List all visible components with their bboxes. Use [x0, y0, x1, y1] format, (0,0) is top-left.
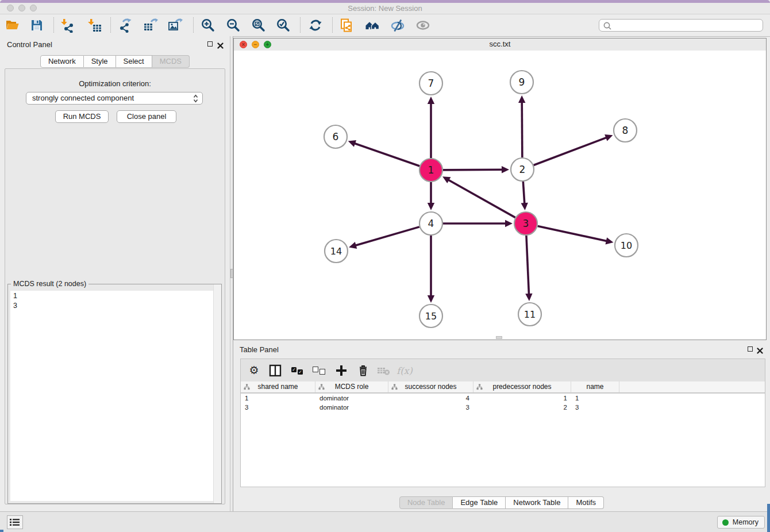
- column-header-MCDS-role[interactable]: MCDS role: [315, 381, 388, 392]
- search-icon: [603, 21, 612, 30]
- edge-arrowhead: [525, 294, 532, 301]
- table-cell[interactable]: dominator: [315, 403, 388, 412]
- table-settings-icon[interactable]: ⚙: [247, 364, 261, 377]
- run-mcds-button[interactable]: Run MCDS: [55, 110, 109, 123]
- optimization-criterion-label: Optimization criterion:: [5, 79, 225, 88]
- mcds-result-title: MCDS result (2 nodes): [11, 280, 88, 288]
- tab-network[interactable]: Network: [40, 55, 84, 68]
- unselect-all-icon[interactable]: [311, 364, 326, 377]
- memory-label: Memory: [733, 518, 759, 526]
- close-table-panel-icon[interactable]: [757, 346, 763, 356]
- edge-3-10[interactable]: [538, 226, 607, 241]
- close-panel-icon[interactable]: [217, 41, 224, 51]
- network-view-window: × − + scc.txt 7968124314101511: [233, 38, 767, 340]
- network-window-title: scc.txt: [234, 38, 766, 50]
- zoom-selected-icon[interactable]: [274, 16, 293, 34]
- show-all-windows-icon[interactable]: [363, 16, 382, 34]
- import-network-icon[interactable]: [58, 16, 78, 34]
- tab-node-table[interactable]: Node Table: [399, 496, 453, 509]
- graph-node-label: 15: [425, 311, 437, 322]
- window-title: Session: New Session: [0, 3, 770, 14]
- export-network-icon[interactable]: [116, 16, 135, 34]
- show-column-icon[interactable]: [268, 364, 283, 377]
- edge-1-2[interactable]: [443, 169, 503, 170]
- column-header-successor-nodes[interactable]: successor nodes: [388, 381, 473, 392]
- refresh-layout-icon[interactable]: [306, 16, 325, 34]
- graph-node-label: 1: [428, 164, 434, 176]
- select-all-icon[interactable]: ✓✓: [290, 364, 305, 377]
- hide-selected-icon[interactable]: [388, 16, 407, 34]
- function-builder-icon-disabled: f(x): [397, 364, 412, 377]
- tab-mcds[interactable]: MCDS: [152, 55, 190, 68]
- node-table[interactable]: shared nameMCDS rolesuccessor nodesprede…: [241, 381, 765, 487]
- graph-node-label: 14: [330, 246, 342, 257]
- export-table-icon[interactable]: [141, 16, 160, 34]
- hierarchy-icon: [476, 384, 483, 390]
- network-graph[interactable]: 7968124314101511: [234, 51, 766, 340]
- table-row[interactable]: 3dominator323: [241, 403, 765, 412]
- zoom-in-icon[interactable]: [198, 16, 218, 34]
- close-panel-button[interactable]: Close panel: [117, 110, 176, 123]
- clone-network-icon[interactable]: [337, 16, 356, 34]
- edge-2-9[interactable]: [522, 102, 522, 157]
- graph-node-label: 6: [333, 131, 339, 142]
- add-column-icon[interactable]: [334, 364, 349, 377]
- result-scrollbar[interactable]: [213, 284, 221, 503]
- edge-3-11[interactable]: [526, 236, 529, 295]
- edge-2-3[interactable]: [523, 182, 524, 204]
- float-panel-icon[interactable]: [207, 41, 213, 47]
- edge-arrowhead: [518, 95, 525, 103]
- mcds-result-text[interactable]: 1 3: [10, 291, 219, 501]
- search-input[interactable]: [613, 20, 759, 32]
- edge-3-1[interactable]: [448, 180, 515, 218]
- table-cell[interactable]: dominator: [315, 394, 388, 403]
- edge-4-14[interactable]: [355, 227, 419, 246]
- open-session-icon[interactable]: [3, 16, 22, 34]
- tab-select[interactable]: Select: [116, 55, 152, 68]
- table-cell[interactable]: 3: [241, 403, 315, 412]
- table-cell[interactable]: 3: [388, 403, 473, 412]
- graph-node-label: 7: [428, 78, 434, 89]
- column-header-name[interactable]: name: [571, 381, 619, 392]
- import-table-icon[interactable]: [85, 16, 105, 34]
- column-header-predecessor-nodes[interactable]: predecessor nodes: [473, 381, 571, 392]
- toolbar-separator: [193, 17, 194, 33]
- save-session-icon[interactable]: [27, 16, 47, 34]
- table-cell[interactable]: 1: [473, 394, 571, 403]
- desktop-background-strip: [767, 504, 770, 532]
- column-header-shared-name[interactable]: shared name: [241, 381, 315, 392]
- delete-columns-icon[interactable]: [356, 364, 371, 377]
- network-canvas[interactable]: 7968124314101511: [234, 51, 766, 340]
- search-field[interactable]: [599, 19, 763, 32]
- tab-style[interactable]: Style: [84, 55, 116, 68]
- zoom-fit-icon[interactable]: [249, 16, 268, 34]
- dropdown-stepper-icon: [193, 94, 198, 106]
- memory-button[interactable]: Memory: [717, 516, 765, 529]
- table-cell[interactable]: 1: [571, 394, 619, 403]
- export-image-icon[interactable]: [165, 16, 185, 34]
- toolbar-separator: [53, 17, 54, 33]
- optimization-criterion-dropdown[interactable]: strongly connected component: [26, 92, 203, 105]
- edge-arrowhead: [348, 140, 356, 147]
- edge-2-8[interactable]: [534, 137, 607, 165]
- zoom-out-icon[interactable]: [224, 16, 243, 34]
- tab-network-table[interactable]: Network Table: [506, 496, 568, 509]
- graph-node-label: 3: [523, 218, 529, 229]
- tab-motifs[interactable]: Motifs: [568, 496, 604, 509]
- mcds-tab-content: Optimization criterion: strongly connect…: [5, 68, 225, 504]
- edge-1-6[interactable]: [354, 143, 419, 166]
- table-cell[interactable]: 4: [388, 394, 473, 403]
- graph-node-label: 8: [622, 125, 629, 136]
- network-resize-grip[interactable]: [496, 336, 502, 339]
- table-cell[interactable]: 3: [571, 403, 619, 412]
- table-panel-tabs: Node TableEdge TableNetwork TableMotifs: [233, 496, 770, 509]
- main-toolbar: [0, 14, 770, 37]
- toolbar-separator: [110, 17, 111, 33]
- table-row[interactable]: 1dominator411: [241, 394, 765, 403]
- edge-arrowhead: [349, 242, 357, 249]
- task-history-button[interactable]: [7, 515, 23, 529]
- table-cell[interactable]: 2: [473, 403, 571, 412]
- table-cell[interactable]: 1: [241, 394, 315, 403]
- float-table-panel-icon[interactable]: [748, 346, 753, 352]
- tab-edge-table[interactable]: Edge Table: [453, 496, 506, 509]
